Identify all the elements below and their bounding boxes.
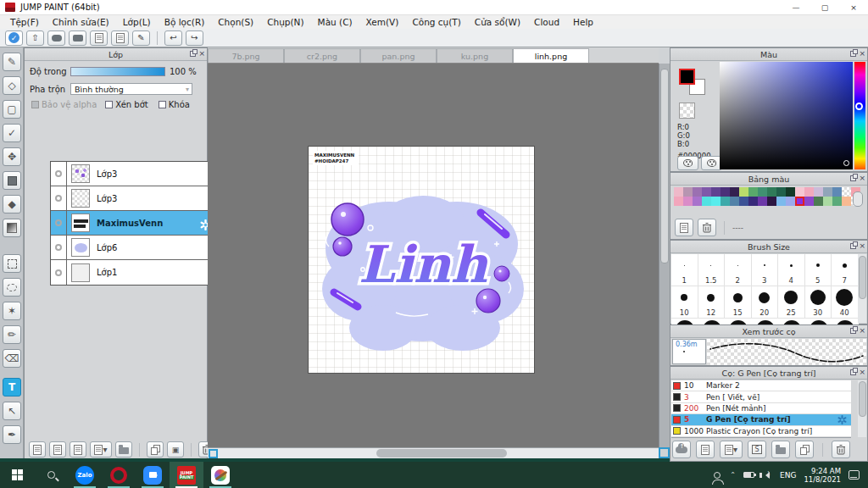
menu-chon[interactable]: Chọn(S) xyxy=(211,17,260,27)
sync-button[interactable]: ✓ xyxy=(5,30,23,46)
brush-size-cell[interactable]: 4 xyxy=(778,254,805,286)
brush-size-cell[interactable]: 1 xyxy=(671,254,698,286)
brush-row[interactable]: 10 Marker 2 xyxy=(671,380,851,391)
move-tool[interactable]: ✥ xyxy=(3,147,21,166)
lock-checkbox[interactable]: Khóa xyxy=(159,100,190,109)
close-icon[interactable]: × xyxy=(859,175,865,181)
h-scroll-thumb[interactable] xyxy=(376,449,507,458)
palette-swatch[interactable] xyxy=(832,187,842,197)
palette-swatch[interactable] xyxy=(795,197,804,206)
add-8bit-layer-button[interactable] xyxy=(49,441,66,458)
brush-list-scrollbar[interactable] xyxy=(858,380,866,437)
edit-table-button[interactable]: ✎ xyxy=(132,30,150,46)
palette-swatch[interactable] xyxy=(721,197,730,206)
redo-button[interactable]: ↪ xyxy=(186,30,203,46)
add-brush-menu-button[interactable]: ▾ xyxy=(720,441,743,458)
popout-icon[interactable] xyxy=(850,51,856,57)
palette-swatch[interactable] xyxy=(739,187,748,197)
notification-center-icon[interactable] xyxy=(849,470,860,480)
blend-dropdown[interactable]: Bình thường▾ xyxy=(70,83,192,95)
brush-settings-gear-icon[interactable] xyxy=(837,415,847,426)
people-icon[interactable] xyxy=(714,472,721,479)
taskbar-opera[interactable] xyxy=(102,462,136,488)
menu-tep[interactable]: Tệp(F) xyxy=(3,17,46,27)
select-rect-tool[interactable] xyxy=(3,254,21,273)
palette-swatch[interactable] xyxy=(758,187,767,197)
layer-row-selected[interactable]: MaximusVenn xyxy=(51,211,215,236)
tray-chevron-icon[interactable]: ⌃ xyxy=(730,471,736,479)
close-button[interactable]: × xyxy=(839,0,868,15)
menu-help[interactable]: Help xyxy=(566,17,600,27)
palette-swatch[interactable] xyxy=(748,187,758,197)
brush-size-cell[interactable]: 7 xyxy=(832,254,859,286)
bucket-tool[interactable]: ◆ xyxy=(3,195,21,214)
palette-swatch[interactable] xyxy=(711,187,721,197)
magic-wand-tool[interactable]: ✶ xyxy=(3,302,21,320)
close-icon[interactable]: × xyxy=(859,242,865,249)
visibility-icon[interactable] xyxy=(55,170,62,177)
palette-swatch[interactable] xyxy=(758,197,767,206)
palette-swatch[interactable] xyxy=(804,187,814,197)
rectangle-tool[interactable]: ▢ xyxy=(3,100,21,119)
palette-swatch[interactable] xyxy=(795,187,804,197)
export-button[interactable]: ⇧ xyxy=(26,30,44,46)
opacity-slider[interactable] xyxy=(70,67,165,76)
brush-size-cell[interactable]: 3 xyxy=(752,254,779,286)
visibility-icon[interactable] xyxy=(55,244,62,251)
add-1bit-layer-button[interactable] xyxy=(70,441,86,458)
delete-brush-button[interactable] xyxy=(832,441,850,458)
speaker-icon[interactable] xyxy=(762,472,770,479)
visibility-icon[interactable] xyxy=(55,195,62,202)
alpha-checkbox[interactable]: Bảo vệ alpha xyxy=(31,100,97,109)
palette-swatch[interactable] xyxy=(832,197,842,206)
add-color-button[interactable] xyxy=(675,219,693,236)
brush-size-cell[interactable]: 1.5 xyxy=(698,254,726,286)
brush-row-selected[interactable]: 5 G Pen [Cọ trang trí] xyxy=(671,414,851,425)
taskbar-zalo[interactable]: Zalo xyxy=(68,462,102,488)
script-brush-button[interactable]: S xyxy=(748,441,766,458)
palette-swatch[interactable] xyxy=(730,187,739,197)
palette-swatch[interactable] xyxy=(786,197,795,206)
palette-swatch[interactable] xyxy=(767,197,776,206)
transparent-swatch[interactable] xyxy=(679,103,695,119)
palette-swatch[interactable] xyxy=(786,187,795,197)
menu-cua-so[interactable]: Cửa sổ(W) xyxy=(468,17,527,27)
brush-size-cell[interactable]: 20 xyxy=(752,286,779,319)
select-pen-tool[interactable]: ✏ xyxy=(3,325,21,344)
tab-ku[interactable]: ku.png xyxy=(437,48,513,63)
layer-folder-button[interactable] xyxy=(115,441,132,458)
palette-swatch[interactable] xyxy=(842,197,851,206)
brush-size-scrollbar[interactable] xyxy=(858,254,866,323)
popout-icon[interactable] xyxy=(190,51,196,57)
fill-rect-tool[interactable] xyxy=(3,171,21,190)
menu-cloud[interactable]: Cloud xyxy=(527,17,566,27)
scroll-left-box[interactable] xyxy=(209,449,218,458)
visibility-icon[interactable] xyxy=(55,269,62,276)
layer-row[interactable]: Lớp3 xyxy=(51,186,215,211)
close-icon[interactable]: × xyxy=(859,369,865,375)
popout-icon[interactable] xyxy=(850,369,856,375)
search-button[interactable] xyxy=(34,462,68,488)
palette-swatch[interactable] xyxy=(674,187,683,197)
layer-row[interactable]: Lớp6 xyxy=(51,236,215,260)
duplicate-layer-button[interactable] xyxy=(147,441,164,458)
duplicate-brush-button[interactable] xyxy=(795,441,814,458)
brush-row[interactable]: 3 Pen [ Viết, vẽ] xyxy=(671,391,851,402)
palette-swatch[interactable] xyxy=(804,197,814,206)
palette-swatch[interactable] xyxy=(823,187,832,197)
brush-size-cell[interactable]: 5 xyxy=(805,254,832,286)
brush-size-cell[interactable]: 40 xyxy=(832,286,859,319)
palette-swatch[interactable] xyxy=(842,187,851,197)
clip-checkbox[interactable]: Xén bớt xyxy=(105,100,147,109)
message-button[interactable] xyxy=(69,30,86,46)
brush-size-cell[interactable]: 2 xyxy=(725,254,752,286)
visibility-icon[interactable] xyxy=(55,219,62,226)
layer-row[interactable]: Lớp3 xyxy=(51,162,215,186)
brush-tool[interactable]: ✎ xyxy=(3,53,21,71)
tab-linh-active[interactable]: linh.png xyxy=(513,48,589,63)
battery-icon[interactable] xyxy=(743,472,754,478)
close-icon[interactable]: × xyxy=(859,327,865,334)
taskbar-medibang[interactable] xyxy=(203,462,237,488)
scroll-corner-box[interactable] xyxy=(659,447,670,458)
brush-row[interactable]: 200 Pen [Nét mảnh] xyxy=(671,403,851,414)
